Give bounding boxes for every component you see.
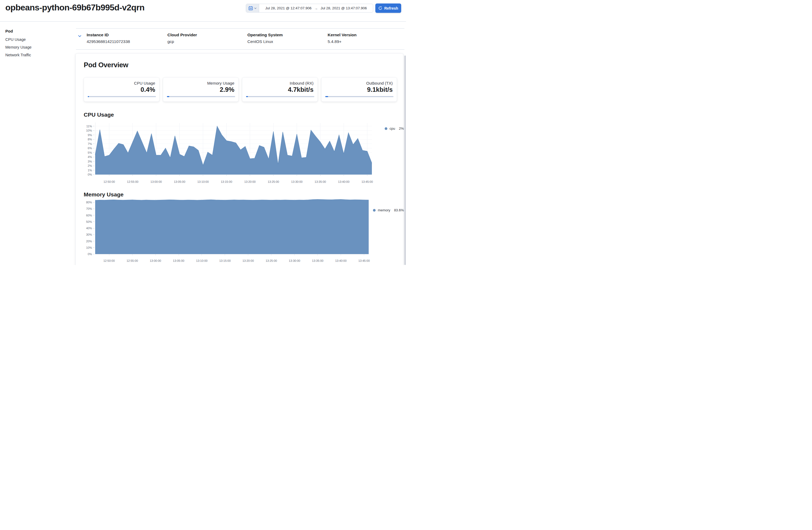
svg-text:13:40:00: 13:40:00 — [335, 259, 347, 262]
metric-value: 4.7kbit/s — [246, 86, 314, 94]
memory-chart-legend: memory 83.6% — [373, 208, 404, 212]
vertical-scrollbar[interactable] — [404, 56, 406, 265]
legend-series-name: cpu — [390, 126, 395, 130]
legend-series-value: 2% — [399, 126, 404, 130]
svg-text:70%: 70% — [86, 207, 92, 210]
svg-text:13:25:00: 13:25:00 — [267, 180, 279, 183]
svg-text:20%: 20% — [86, 240, 92, 243]
sidebar-item-cpu-usage[interactable]: CPU Usage — [5, 37, 69, 42]
date-range-values: Jul 28, 2021 @ 12:47:07.906 → Jul 28, 20… — [259, 4, 373, 12]
calendar-icon — [248, 6, 253, 10]
chevron-down-icon — [254, 7, 257, 10]
metric-card-outbound: Outbound (TX) 9.1kbit/s — [321, 78, 397, 102]
metadata-field: Cloud Provider gcp — [168, 32, 197, 44]
date-range-end[interactable]: Jul 28, 2021 @ 13:47:07.906 — [321, 6, 367, 10]
svg-text:7%: 7% — [88, 142, 92, 145]
memory-usage-chart[interactable]: 12:50:0012:55:0013:00:0013:05:0013:10:00… — [80, 197, 389, 265]
metric-progress-track — [325, 96, 393, 97]
svg-text:13:10:00: 13:10:00 — [197, 180, 209, 183]
date-picker-menu-button[interactable] — [246, 4, 259, 12]
metric-card-cpu: CPU Usage 0.4% — [84, 78, 159, 102]
svg-text:13:20:00: 13:20:00 — [242, 259, 254, 262]
svg-text:13:05:00: 13:05:00 — [174, 180, 185, 183]
svg-text:11%: 11% — [86, 125, 92, 128]
svg-text:8%: 8% — [88, 138, 92, 141]
svg-text:13:00:00: 13:00:00 — [150, 180, 162, 183]
svg-text:3%: 3% — [88, 160, 92, 163]
svg-text:0%: 0% — [88, 173, 92, 176]
metric-label: Outbound (TX) — [325, 81, 393, 85]
refresh-button[interactable]: Refresh — [375, 3, 401, 13]
metadata-value: gcp — [168, 39, 197, 44]
arrow-right-icon: → — [314, 6, 318, 10]
metric-progress-fill — [325, 96, 328, 97]
svg-text:13:35:00: 13:35:00 — [312, 259, 323, 262]
svg-text:13:35:00: 13:35:00 — [315, 180, 326, 183]
cpu-usage-chart[interactable]: 12:50:0012:55:0013:00:0013:05:0013:10:00… — [80, 122, 389, 189]
legend-dot-icon — [385, 127, 387, 130]
svg-text:13:30:00: 13:30:00 — [289, 259, 300, 262]
svg-text:12:50:00: 12:50:00 — [103, 259, 115, 262]
legend-series-value: 83.6% — [394, 208, 404, 212]
legend-series-name: memory — [378, 208, 390, 212]
svg-text:50%: 50% — [86, 220, 92, 223]
svg-text:13:00:00: 13:00:00 — [150, 259, 161, 262]
metric-progress-track — [167, 96, 235, 97]
metadata-value: 5.4.89+ — [328, 39, 357, 44]
metadata-value: 4295368814211072338 — [87, 39, 130, 44]
svg-text:13:15:00: 13:15:00 — [221, 180, 232, 183]
sidebar-item-memory-usage[interactable]: Memory Usage — [5, 45, 69, 50]
metadata-value: CentOS Linux — [247, 39, 283, 44]
svg-text:13:45:00: 13:45:00 — [358, 259, 370, 262]
refresh-icon — [378, 6, 382, 10]
svg-text:60%: 60% — [86, 214, 92, 217]
svg-text:0%: 0% — [88, 252, 92, 256]
metadata-label: Kernel Version — [328, 32, 357, 37]
collapse-chevron-icon[interactable] — [77, 34, 82, 38]
metric-label: Inbound (RX) — [246, 81, 314, 85]
cpu-chart-legend: cpu 2% — [385, 126, 404, 130]
metric-value: 2.9% — [167, 86, 234, 94]
date-range-start[interactable]: Jul 28, 2021 @ 12:47:07.906 — [265, 6, 311, 10]
memory-chart-title: Memory Usage — [84, 191, 124, 198]
metadata-label: Cloud Provider — [168, 32, 197, 37]
svg-text:80%: 80% — [86, 201, 92, 204]
svg-text:10%: 10% — [86, 246, 92, 249]
metadata-strip: Instance ID 4295368814211072338 Cloud Pr… — [76, 28, 404, 50]
legend-dot-icon — [373, 209, 376, 212]
metadata-field: Operating System CentOS Linux — [247, 32, 283, 44]
svg-text:13:10:00: 13:10:00 — [196, 259, 208, 262]
cpu-chart-title: CPU Usage — [84, 112, 114, 118]
metric-progress-track — [88, 96, 156, 97]
svg-text:13:30:00: 13:30:00 — [291, 180, 303, 183]
metric-card-memory: Memory Usage 2.9% — [163, 78, 238, 102]
metric-progress-fill — [246, 96, 248, 97]
svg-text:4%: 4% — [88, 155, 92, 158]
svg-text:10%: 10% — [86, 129, 92, 132]
metric-value: 9.1kbit/s — [325, 86, 393, 94]
metadata-field: Kernel Version 5.4.89+ — [328, 32, 357, 44]
svg-text:1%: 1% — [88, 169, 92, 172]
svg-text:40%: 40% — [86, 226, 92, 230]
svg-text:5%: 5% — [88, 151, 92, 154]
refresh-label: Refresh — [384, 6, 398, 10]
sidebar-item-network-traffic[interactable]: Network Traffic — [5, 53, 69, 57]
sidebar: Pod CPU Usage Memory Usage Network Traff… — [5, 29, 69, 60]
metadata-label: Operating System — [247, 32, 283, 37]
metric-progress-fill — [167, 96, 169, 97]
metric-progress-track — [246, 96, 314, 97]
svg-text:13:45:00: 13:45:00 — [362, 180, 373, 183]
metadata-field: Instance ID 4295368814211072338 — [87, 32, 130, 44]
svg-text:6%: 6% — [88, 147, 92, 150]
metric-cards-row: CPU Usage 0.4% Memory Usage 2.9% Inbound… — [84, 78, 397, 102]
date-range-picker[interactable]: Jul 28, 2021 @ 12:47:07.906 → Jul 28, 20… — [246, 4, 373, 13]
svg-text:12:55:00: 12:55:00 — [127, 180, 139, 183]
metric-label: Memory Usage — [167, 81, 234, 85]
svg-text:13:20:00: 13:20:00 — [244, 180, 256, 183]
svg-text:30%: 30% — [86, 233, 92, 236]
svg-text:13:05:00: 13:05:00 — [173, 259, 185, 262]
svg-text:12:55:00: 12:55:00 — [127, 259, 138, 262]
svg-text:12:50:00: 12:50:00 — [103, 180, 115, 183]
metric-card-inbound: Inbound (RX) 4.7kbit/s — [242, 78, 318, 102]
svg-text:13:25:00: 13:25:00 — [265, 259, 277, 262]
